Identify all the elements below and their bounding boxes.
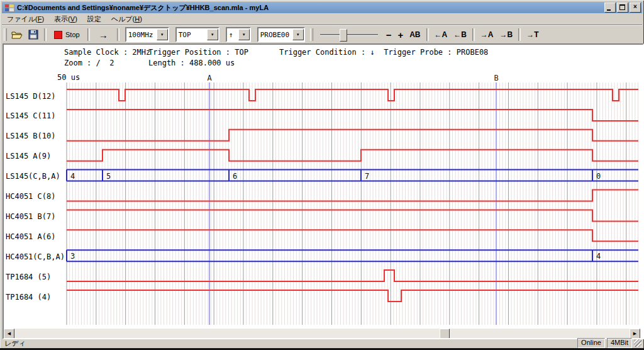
chevron-down-icon[interactable]: ▼ [207,29,218,40]
menu-bar: ファイル(F) 表示(V) 設定 ヘルプ(H) [2,13,642,25]
toolbar-separator [117,28,119,41]
signal-label: LS145 D(12) [6,92,55,101]
info-trigger-condition: Trigger Condition : ↓ Trigger Probe : PR… [279,48,488,57]
stop-button[interactable]: Stop [49,28,85,42]
goto-a-button[interactable]: ←A [431,28,451,42]
bus-value: 5 [106,172,111,181]
status-online: Online [577,338,605,348]
bus-value: 4 [70,172,75,181]
probe-combo[interactable]: PROBE00 ▼ [257,27,305,42]
timeline-scale-label: 50 us [57,73,80,82]
menu-help[interactable]: ヘルプ(H) [106,13,147,25]
window-title: C:¥Documents and Settings¥noname¥デスクトップ¥… [17,3,602,13]
bus-value: 7 [365,172,369,181]
goto-b-button[interactable]: ←B [450,28,470,42]
ab-button[interactable]: AB [406,28,423,42]
zoom-in-button[interactable]: + [394,28,406,42]
toolbar-grip[interactable] [4,28,7,41]
close-button[interactable]: × [630,3,641,13]
slider-track [320,34,378,35]
bus-value: 3 [70,252,75,261]
zoom-slider[interactable] [320,28,378,41]
toolbar: Stop → 100MHz ▼ TOP ▼ ↑ ▼ PROBE00 ▼ − + … [2,26,642,43]
menu-view[interactable]: 表示(V) [49,13,82,25]
signal-label: TP1684 (5) [6,273,51,281]
chevron-down-icon[interactable]: ▼ [238,29,250,40]
status-memory: 4MBit [607,338,632,348]
zoom-out-button[interactable]: − [383,28,395,42]
signal-label: HC4051 C(8) [6,192,55,201]
signal-label: LS145 A(9) [6,152,51,161]
sample-rate-combo[interactable]: 100MHz ▼ [125,27,169,42]
info-zoom: Zoom : / 2 [64,59,114,67]
forward-a-button[interactable]: →A [477,28,497,42]
waveform-view: Sample Clock : 2MHz Zoom : / 2 Trigger P… [3,43,644,339]
bus-value: 6 [233,172,237,181]
goto-trigger-button[interactable]: →T [523,28,541,42]
signal-label: HC4051 A(6) [6,232,55,241]
bus-value: 4 [596,252,601,261]
bus-value: 0 [596,172,601,181]
save-floppy-icon [28,30,39,40]
status-bar: レディ Online 4MBit [2,338,642,348]
app-icon [4,4,14,12]
signal-label: LS145 C(11) [6,111,55,120]
chevron-down-icon[interactable]: ▼ [157,29,168,40]
signal-label: HC4051(C,B,A) [6,252,65,261]
marker-label-B: B [494,74,498,82]
toolbar-separator [87,28,90,41]
toolbar-separator [44,28,47,41]
maximize-button[interactable] [617,3,628,13]
title-bar[interactable]: C:¥Documents and Settings¥noname¥デスクトップ¥… [2,2,642,13]
forward-b-button[interactable]: →B [497,28,516,42]
trigger-position-combo[interactable]: TOP ▼ [175,27,219,42]
stop-icon [54,31,62,39]
open-folder-icon [11,30,23,40]
toolbar-separator [472,28,475,41]
trigger-edge-combo[interactable]: ↑ ▼ [226,27,251,42]
signal-label: LS145 B(10) [6,132,55,140]
status-ready: レディ [2,339,577,348]
resize-grip[interactable] [634,339,641,347]
minimize-button[interactable] [604,3,616,13]
info-trigger-position: Trigger Position : TOP [148,48,248,57]
signal-label: TP1684 (4) [6,293,51,302]
run-button[interactable]: → [92,28,114,42]
info-length: Length : 488.000 us [148,59,235,67]
horizontal-scrollbar[interactable]: ◀ ▶ [4,329,640,338]
signal-label: LS145(C,B,A) [6,172,60,181]
chevron-down-icon[interactable]: ▼ [292,29,304,40]
menu-settings[interactable]: 設定 [82,13,106,25]
toolbar-grip[interactable] [310,28,313,41]
slider-thumb[interactable] [340,29,347,42]
waveform-canvas[interactable]: 50 usABLS145 D(12)LS145 C(11)LS145 B(10)… [4,70,640,326]
info-sample-clock: Sample Clock : 2MHz [64,48,150,57]
marker-label-A: A [207,74,212,82]
app-window: C:¥Documents and Settings¥noname¥デスクトップ¥… [0,0,644,350]
toolbar-separator [518,28,521,41]
open-file-button[interactable] [9,28,25,42]
toolbar-separator [426,28,429,41]
menu-file[interactable]: ファイル(F) [2,13,49,25]
signal-label: HC4051 B(7) [6,212,55,221]
save-file-button[interactable] [25,28,42,42]
